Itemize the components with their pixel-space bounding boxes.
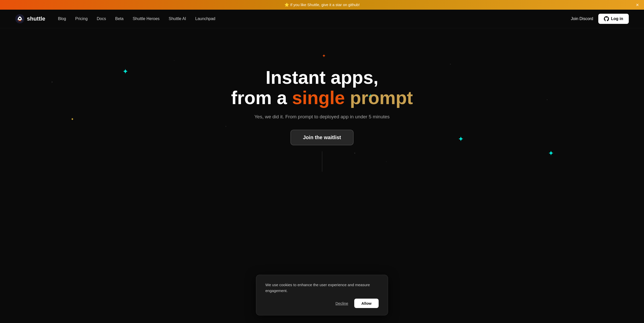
- cookie-text: We use cookies to enhance the user exper…: [265, 282, 379, 294]
- banner-text: ⭐ If you like Shuttle, give it a star on…: [5, 3, 639, 7]
- hero-title-single: single: [292, 88, 345, 108]
- sparkle-cyan-3: ✦: [458, 135, 464, 143]
- dot-4: [354, 153, 355, 154]
- nav-actions: Join Discord Log in: [571, 14, 629, 24]
- dot-1: [52, 82, 53, 83]
- hero-section: ✦ ✦ ✦ ✦ ✦ ✦ Instant apps, from a single …: [0, 28, 644, 206]
- hero-title-line2: from a single prompt: [231, 88, 413, 108]
- cookie-banner: We use cookies to enhance the user exper…: [256, 275, 388, 315]
- hero-divider-line: [322, 151, 322, 172]
- dot-7: [386, 162, 387, 162]
- svg-point-1: [19, 18, 21, 19]
- logo-text: shuttle: [27, 15, 45, 22]
- allow-button[interactable]: Allow: [354, 299, 379, 308]
- top-banner: ⭐ If you like Shuttle, give it a star on…: [0, 0, 644, 10]
- github-icon: [604, 16, 609, 21]
- hero-title-from: from a: [231, 88, 292, 108]
- dot-2: [226, 126, 226, 127]
- logo-link[interactable]: shuttle: [15, 14, 45, 23]
- nav-launchpad[interactable]: Launchpad: [195, 17, 215, 21]
- hero-subtitle: Yes, we did it. From prompt to deployed …: [254, 114, 390, 120]
- shuttle-logo-icon: [15, 14, 24, 23]
- waitlist-button[interactable]: Join the waitlist: [291, 130, 353, 145]
- decline-button[interactable]: Decline: [335, 301, 348, 305]
- nav-docs[interactable]: Docs: [97, 17, 106, 21]
- join-discord-button[interactable]: Join Discord: [571, 17, 593, 21]
- hero-title-line1: Instant apps,: [231, 68, 413, 88]
- hero-title-prompt: prompt: [350, 88, 413, 108]
- nav-blog[interactable]: Blog: [58, 17, 66, 21]
- nav-shuttle-ai[interactable]: Shuttle AI: [169, 17, 186, 21]
- hero-title: Instant apps, from a single prompt: [231, 68, 413, 108]
- dot-3: [450, 64, 451, 64]
- sparkle-orange-1: ✦: [322, 53, 326, 59]
- nav-pricing[interactable]: Pricing: [75, 17, 88, 21]
- login-label: Log in: [611, 17, 623, 21]
- banner-close-button[interactable]: ×: [636, 2, 639, 7]
- login-button[interactable]: Log in: [598, 14, 629, 24]
- sparkle-cyan-4: ✦: [548, 149, 554, 157]
- cookie-actions: Decline Allow: [265, 299, 379, 308]
- dot-6: [174, 60, 174, 61]
- sparkle-cyan-1: ✦: [122, 67, 128, 76]
- dot-5: [547, 99, 548, 100]
- nav-links: Blog Pricing Docs Beta Shuttle Heroes Sh…: [58, 17, 571, 21]
- nav-shuttle-heroes[interactable]: Shuttle Heroes: [133, 17, 159, 21]
- hero-title-space: [345, 88, 350, 108]
- nav-beta[interactable]: Beta: [115, 17, 124, 21]
- sparkle-yellow-1: ✦: [71, 117, 74, 121]
- navbar: shuttle Blog Pricing Docs Beta Shuttle H…: [0, 10, 644, 28]
